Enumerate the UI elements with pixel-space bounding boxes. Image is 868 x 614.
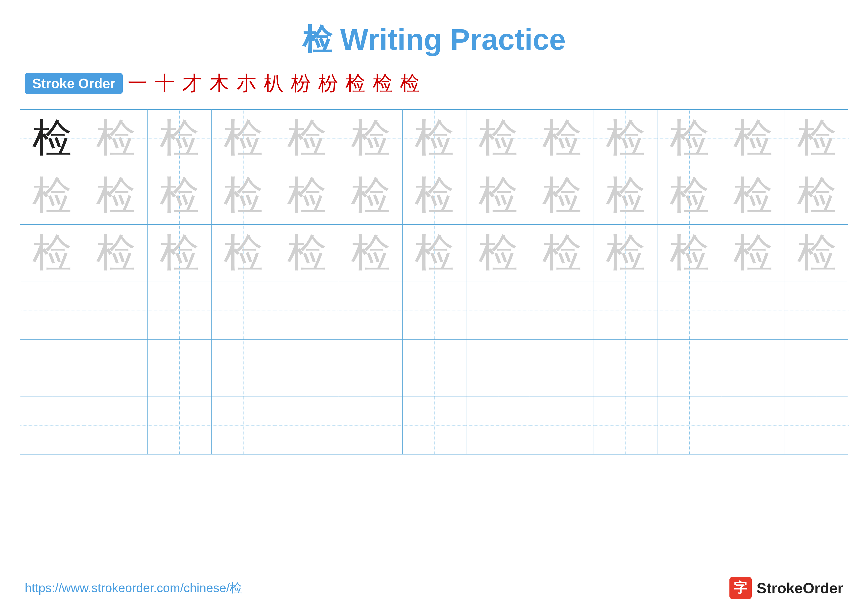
cell-5-1[interactable] bbox=[20, 340, 84, 396]
cell-4-6[interactable] bbox=[339, 282, 403, 339]
cell-5-12[interactable] bbox=[721, 340, 785, 396]
cell-1-7[interactable]: 检 bbox=[403, 110, 467, 167]
footer: https://www.strokeorder.com/chinese/检 字 … bbox=[0, 577, 868, 599]
grid-row-1: 检 检 检 检 检 检 检 检 检 检 检 检 检 bbox=[20, 110, 848, 167]
cell-2-11[interactable]: 检 bbox=[657, 167, 721, 224]
cell-3-7[interactable]: 检 bbox=[403, 225, 467, 281]
cell-4-12[interactable] bbox=[721, 282, 785, 339]
cell-2-13[interactable]: 检 bbox=[785, 167, 849, 224]
cell-6-6[interactable] bbox=[339, 397, 403, 454]
cell-1-5[interactable]: 检 bbox=[275, 110, 339, 167]
cell-5-9[interactable] bbox=[530, 340, 594, 396]
cell-6-10[interactable] bbox=[594, 397, 658, 454]
cell-3-13[interactable]: 检 bbox=[785, 225, 849, 281]
stroke-4: 木 bbox=[209, 70, 229, 97]
cell-2-2[interactable]: 检 bbox=[84, 167, 148, 224]
cell-6-3[interactable] bbox=[148, 397, 212, 454]
cell-3-2[interactable]: 检 bbox=[84, 225, 148, 281]
cell-3-9[interactable]: 检 bbox=[530, 225, 594, 281]
cell-5-11[interactable] bbox=[657, 340, 721, 396]
cell-5-3[interactable] bbox=[148, 340, 212, 396]
cell-5-8[interactable] bbox=[467, 340, 530, 396]
cell-4-4[interactable] bbox=[212, 282, 275, 339]
cell-6-7[interactable] bbox=[403, 397, 467, 454]
cell-4-9[interactable] bbox=[530, 282, 594, 339]
stroke-1: 一 bbox=[128, 70, 147, 97]
cell-5-13[interactable] bbox=[785, 340, 849, 396]
cell-4-13[interactable] bbox=[785, 282, 849, 339]
cell-4-8[interactable] bbox=[467, 282, 530, 339]
cell-4-7[interactable] bbox=[403, 282, 467, 339]
stroke-sequence: 一 十 才 木 朩 朳 枌 枌 检 检 检 bbox=[128, 70, 420, 97]
cell-3-8[interactable]: 检 bbox=[467, 225, 530, 281]
cell-1-4[interactable]: 检 bbox=[212, 110, 275, 167]
cell-1-8[interactable]: 检 bbox=[467, 110, 530, 167]
cell-3-5[interactable]: 检 bbox=[275, 225, 339, 281]
stroke-order-row: Stroke Order 一 十 才 木 朩 朳 枌 枌 检 检 检 bbox=[0, 70, 868, 97]
cell-3-4[interactable]: 检 bbox=[212, 225, 275, 281]
cell-3-6[interactable]: 检 bbox=[339, 225, 403, 281]
cell-2-7[interactable]: 检 bbox=[403, 167, 467, 224]
cell-1-13[interactable]: 检 bbox=[785, 110, 849, 167]
grid-row-4 bbox=[20, 282, 848, 340]
cell-2-8[interactable]: 检 bbox=[467, 167, 530, 224]
cell-2-6[interactable]: 检 bbox=[339, 167, 403, 224]
stroke-5: 朩 bbox=[237, 70, 256, 97]
cell-5-4[interactable] bbox=[212, 340, 275, 396]
cell-6-8[interactable] bbox=[467, 397, 530, 454]
cell-1-9[interactable]: 检 bbox=[530, 110, 594, 167]
cell-1-11[interactable]: 检 bbox=[657, 110, 721, 167]
stroke-11: 检 bbox=[400, 70, 420, 97]
stroke-order-badge: Stroke Order bbox=[25, 73, 123, 94]
cell-6-12[interactable] bbox=[721, 397, 785, 454]
cell-5-10[interactable] bbox=[594, 340, 658, 396]
footer-url: https://www.strokeorder.com/chinese/检 bbox=[25, 580, 242, 597]
cell-5-6[interactable] bbox=[339, 340, 403, 396]
cell-1-10[interactable]: 检 bbox=[594, 110, 658, 167]
cell-4-1[interactable] bbox=[20, 282, 84, 339]
stroke-6: 朳 bbox=[264, 70, 284, 97]
cell-2-9[interactable]: 检 bbox=[530, 167, 594, 224]
cell-5-7[interactable] bbox=[403, 340, 467, 396]
cell-1-2[interactable]: 检 bbox=[84, 110, 148, 167]
stroke-8: 枌 bbox=[318, 70, 338, 97]
char-dark: 检 bbox=[32, 112, 72, 165]
stroke-3: 才 bbox=[182, 70, 202, 97]
cell-6-2[interactable] bbox=[84, 397, 148, 454]
cell-4-11[interactable] bbox=[657, 282, 721, 339]
cell-1-1[interactable]: 检 bbox=[20, 110, 84, 167]
cell-6-11[interactable] bbox=[657, 397, 721, 454]
cell-3-12[interactable]: 检 bbox=[721, 225, 785, 281]
stroke-7: 枌 bbox=[291, 70, 311, 97]
stroke-10: 检 bbox=[373, 70, 392, 97]
cell-5-2[interactable] bbox=[84, 340, 148, 396]
cell-4-5[interactable] bbox=[275, 282, 339, 339]
cell-4-2[interactable] bbox=[84, 282, 148, 339]
cell-2-5[interactable]: 检 bbox=[275, 167, 339, 224]
cell-6-9[interactable] bbox=[530, 397, 594, 454]
cell-2-12[interactable]: 检 bbox=[721, 167, 785, 224]
cell-2-4[interactable]: 检 bbox=[212, 167, 275, 224]
cell-6-1[interactable] bbox=[20, 397, 84, 454]
footer-logo: 字 StrokeOrder bbox=[729, 577, 843, 599]
grid-row-3: 检 检 检 检 检 检 检 检 检 检 检 检 检 bbox=[20, 225, 848, 282]
cell-3-1[interactable]: 检 bbox=[20, 225, 84, 281]
cell-6-5[interactable] bbox=[275, 397, 339, 454]
cell-6-4[interactable] bbox=[212, 397, 275, 454]
cell-6-13[interactable] bbox=[785, 397, 849, 454]
cell-1-12[interactable]: 检 bbox=[721, 110, 785, 167]
cell-2-10[interactable]: 检 bbox=[594, 167, 658, 224]
cell-2-3[interactable]: 检 bbox=[148, 167, 212, 224]
strokeorder-logo-icon: 字 bbox=[729, 577, 752, 599]
cell-1-6[interactable]: 检 bbox=[339, 110, 403, 167]
cell-5-5[interactable] bbox=[275, 340, 339, 396]
footer-logo-text: StrokeOrder bbox=[756, 580, 843, 597]
cell-3-11[interactable]: 检 bbox=[657, 225, 721, 281]
cell-2-1[interactable]: 检 bbox=[20, 167, 84, 224]
cell-3-10[interactable]: 检 bbox=[594, 225, 658, 281]
cell-4-3[interactable] bbox=[148, 282, 212, 339]
cell-3-3[interactable]: 检 bbox=[148, 225, 212, 281]
cell-1-3[interactable]: 检 bbox=[148, 110, 212, 167]
cell-4-10[interactable] bbox=[594, 282, 658, 339]
page-title: 检 Writing Practice bbox=[302, 23, 566, 56]
